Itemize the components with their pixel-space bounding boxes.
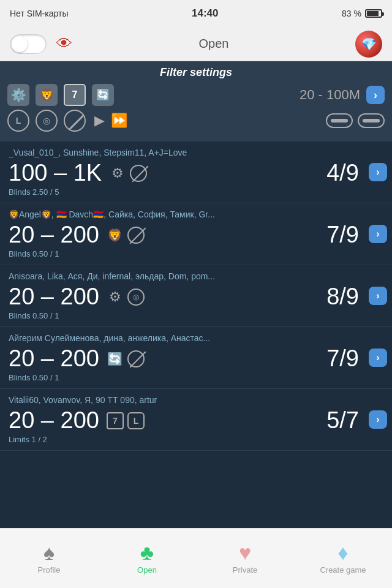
status-bar: Нет SIM-карты 14:40 83 % — [0, 0, 392, 27]
game-chevron-btn[interactable]: › — [369, 410, 387, 429]
game-stakes: 100 – 1K — [9, 160, 102, 186]
toggle-knob — [12, 36, 28, 52]
game-chevron-btn[interactable]: › — [369, 163, 387, 181]
tab-bar: ♠ Profile ♣ Open ♥ Private ♦ Create game — [0, 528, 392, 588]
tab-profile[interactable]: ♠ Profile — [0, 529, 98, 588]
game-chevron-btn[interactable]: › — [369, 225, 387, 243]
carrier-text: Нет SIM-карты — [10, 9, 68, 18]
filter-circle-icon[interactable]: ◎ — [36, 110, 58, 132]
game-main-row: 20 – 200 🦁 7/9 — [9, 222, 383, 248]
filter-play-icon[interactable]: ▶ — [94, 113, 105, 129]
game-slash-icon — [130, 165, 147, 182]
game-icons: ⚙ ◎ — [107, 288, 145, 306]
game-blinds: Blinds 0.50 / 1 — [9, 373, 383, 382]
game-blinds: Limits 1 / 2 — [9, 435, 383, 444]
tab-create-label: Create game — [320, 565, 366, 575]
filter-lion-icon[interactable]: 🦁 — [36, 84, 58, 106]
game-refresh-icon: 🔄 — [107, 350, 124, 368]
spade-icon: ♠ — [43, 542, 55, 563]
game-seven-icon: 7 — [107, 412, 124, 429]
heart-icon: ♥ — [239, 542, 251, 563]
game-item[interactable]: _Vusal_010_, Sunshine, Stepsim11, A+J=Lo… — [0, 141, 392, 203]
time-text: 14:40 — [192, 7, 218, 20]
game-item[interactable]: Vitalii60, Vovanvov, Я, 90 ТТ 090, artur… — [0, 389, 392, 451]
filter-title: Filter settings — [7, 66, 385, 79]
game-list: _Vusal_010_, Sunshine, Stepsim11, A+J=Lo… — [0, 141, 392, 541]
game-players-text: Айгерим Сулейменова, дина, анжелика, Ана… — [9, 333, 383, 343]
nav-bar: 👁 Open 💎 — [0, 27, 392, 61]
filter-pill-left[interactable] — [326, 113, 353, 128]
game-players-text: _Vusal_010_, Sunshine, Stepsim11, A+J=Lo… — [9, 148, 383, 157]
game-chevron-btn[interactable]: › — [369, 349, 387, 367]
game-players-text: Vitalii60, Vovanvov, Я, 90 ТТ 090, artur — [9, 395, 383, 405]
filter-row-1: ⚙️ 🦁 7 🔄 20 - 100M › — [7, 84, 385, 106]
filter-chevron-btn[interactable]: › — [366, 86, 385, 104]
game-circle-icon: ◎ — [127, 288, 145, 306]
game-slash-icon — [127, 350, 145, 368]
game-icons: 7 L — [107, 412, 145, 429]
game-main-row: 20 – 200 🔄 7/9 — [9, 345, 383, 372]
diamond-icon: ♦ — [337, 542, 348, 563]
filter-refresh-icon[interactable]: 🔄 — [92, 84, 114, 106]
tab-open[interactable]: ♣ Open — [98, 529, 196, 588]
tab-create-game[interactable]: ♦ Create game — [294, 529, 392, 588]
game-stakes: 20 – 200 — [9, 345, 99, 372]
game-chevron-btn[interactable]: › — [369, 287, 387, 305]
battery-percent: 83 % — [342, 9, 361, 18]
filter-pill-right[interactable] — [358, 113, 385, 128]
game-icons: 🔄 — [107, 350, 145, 368]
game-icons: 🦁 — [107, 227, 145, 244]
battery-icon — [365, 9, 382, 18]
game-icons: ⚙ — [109, 165, 147, 182]
filter-fastforward-icon[interactable]: ⏩ — [111, 113, 127, 129]
club-icon: ♣ — [140, 542, 154, 563]
game-main-row: 100 – 1K ⚙ 4/9 — [9, 160, 383, 186]
filter-slash-icon[interactable] — [64, 110, 86, 132]
toggle-switch[interactable] — [10, 34, 47, 54]
game-main-row: 20 – 200 7 L 5/7 — [9, 407, 383, 434]
tab-private-label: Private — [233, 565, 257, 575]
game-slash-icon — [127, 227, 145, 244]
game-stakes: 20 – 200 — [9, 284, 99, 310]
game-players-text: Anisoara, Lika, Ася, Ди, infernal, эльда… — [9, 271, 383, 281]
game-players-text: 🦁Angel🦁, 🇦🇲 Davch🇦🇲, Сайка, София, Тамик… — [9, 209, 383, 219]
game-item[interactable]: Айгерим Сулейменова, дина, анжелика, Ана… — [0, 327, 392, 389]
game-blinds: Blinds 2.50 / 5 — [9, 187, 383, 197]
game-lion-icon: 🦁 — [107, 227, 124, 244]
filter-row-2: L ◎ ▶ ⏩ — [7, 110, 385, 132]
game-item[interactable]: 🦁Angel🦁, 🇦🇲 Davch🇦🇲, Сайка, София, Тамик… — [0, 203, 392, 265]
game-blinds: Blinds 0.50 / 1 — [9, 249, 383, 258]
filter-seven-icon[interactable]: 7 — [64, 84, 86, 106]
battery-area: 83 % — [342, 9, 382, 18]
filter-range: 20 - 100M — [300, 87, 360, 103]
game-item[interactable]: Anisoara, Lika, Ася, Ди, infernal, эльда… — [0, 265, 392, 327]
gem-icon[interactable]: 💎 — [355, 31, 382, 58]
game-blinds: Blinds 0.50 / 1 — [9, 311, 383, 320]
game-stakes: 20 – 200 — [9, 407, 99, 434]
tab-profile-label: Profile — [38, 565, 61, 575]
game-gear-icon: ⚙ — [109, 165, 126, 182]
game-main-row: 20 – 200 ⚙ ◎ 8/9 — [9, 284, 383, 310]
tab-private[interactable]: ♥ Private — [196, 529, 294, 588]
nav-title: Open — [199, 37, 229, 51]
filter-gear-icon[interactable]: ⚙️ — [7, 84, 29, 106]
game-stakes: 20 – 200 — [9, 222, 99, 248]
tab-open-label: Open — [137, 565, 157, 575]
game-l-icon: L — [127, 412, 145, 429]
eye-icon[interactable]: 👁 — [56, 34, 72, 53]
game-gear-icon: ⚙ — [107, 288, 124, 306]
filter-l-icon[interactable]: L — [7, 110, 29, 132]
filter-section: Filter settings ⚙️ 🦁 7 🔄 20 - 100M › L ◎… — [0, 61, 392, 141]
